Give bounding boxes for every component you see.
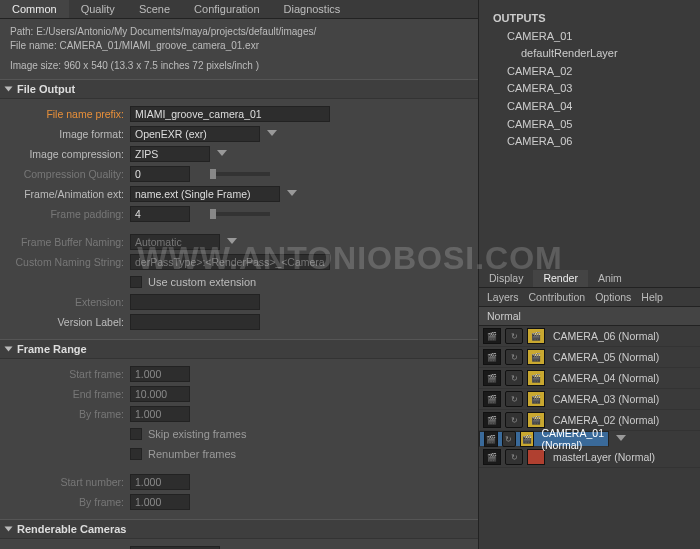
by-frame2-label: By frame: (0, 496, 130, 508)
tab-anim[interactable]: Anim (588, 270, 632, 287)
layer-row[interactable]: 🎬↻🎬CAMERA_05 (Normal) (479, 347, 700, 368)
outputs-item[interactable]: CAMERA_04 (493, 98, 686, 116)
use-custom-ext-label: Use custom extension (148, 276, 256, 288)
layer-state-icon[interactable]: 🎬 (527, 391, 545, 407)
refresh-icon[interactable]: ↻ (505, 370, 523, 386)
outputs-title: OUTPUTS (493, 10, 686, 28)
refresh-icon[interactable]: ↻ (505, 328, 523, 344)
layer-state-icon[interactable]: 🎬 (520, 431, 534, 447)
layer-row[interactable]: 🎬↻🎬CAMERA_04 (Normal) (479, 368, 700, 389)
section-file-output[interactable]: File Output (0, 79, 478, 99)
refresh-icon[interactable]: ↻ (502, 431, 516, 447)
skip-frames-checkbox[interactable] (130, 428, 142, 440)
refresh-icon[interactable]: ↻ (505, 349, 523, 365)
refresh-icon[interactable]: ↻ (505, 449, 523, 465)
path-value: E:/Users/Antonio/My Documents/maya/proje… (36, 26, 316, 37)
layer-row[interactable]: 🎬↻🎬CAMERA_01 (Normal) (479, 431, 609, 447)
layer-name: masterLayer (Normal) (549, 451, 696, 463)
file-value: CAMERA_01/MIAMI_groove_camera_01.exr (59, 40, 259, 51)
menu-help[interactable]: Help (641, 291, 663, 303)
info-block: Path: E:/Users/Antonio/My Documents/maya… (0, 19, 478, 79)
renumber-frames-label: Renumber frames (148, 448, 236, 460)
file-label: File name: (10, 40, 57, 51)
layer-name: CAMERA_05 (Normal) (549, 351, 696, 363)
clapper-icon[interactable]: 🎬 (483, 391, 501, 407)
layer-state-icon[interactable] (527, 449, 545, 465)
right-menu: Layers Contribution Options Help (479, 288, 700, 307)
use-custom-ext-checkbox[interactable] (130, 276, 142, 288)
layer-name: CAMERA_02 (Normal) (549, 414, 696, 426)
clapper-icon[interactable]: 🎬 (483, 349, 501, 365)
outputs-item[interactable]: CAMERA_02 (493, 63, 686, 81)
outputs-item[interactable]: CAMERA_06 (493, 133, 686, 151)
tab-display[interactable]: Display (479, 270, 533, 287)
image-format-select[interactable]: OpenEXR (exr) (130, 126, 260, 142)
frame-padding-input[interactable] (130, 206, 190, 222)
start-number-input (130, 474, 190, 490)
extension-label: Extension: (0, 296, 130, 308)
frame-padding-label: Frame padding: (0, 208, 130, 220)
custom-naming-input (130, 254, 330, 270)
version-label: Version Label: (0, 316, 130, 328)
tab-quality[interactable]: Quality (69, 0, 127, 18)
start-number-label: Start number: (0, 476, 130, 488)
section-frame-range[interactable]: Frame Range (0, 339, 478, 359)
clapper-icon[interactable]: 🎬 (483, 449, 501, 465)
clapper-icon[interactable]: 🎬 (484, 431, 498, 447)
clapper-icon[interactable]: 🎬 (483, 370, 501, 386)
frame-buffer-label: Frame Buffer Naming: (0, 236, 130, 248)
layer-name: CAMERA_06 (Normal) (549, 330, 696, 342)
layer-name: CAMERA_04 (Normal) (549, 372, 696, 384)
tab-common[interactable]: Common (0, 0, 69, 18)
frame-ext-select[interactable]: name.ext (Single Frame) (130, 186, 280, 202)
frame-padding-slider[interactable] (210, 212, 270, 216)
comp-quality-label: Compression Quality: (0, 168, 130, 180)
by-frame-input (130, 406, 190, 422)
version-input[interactable] (130, 314, 260, 330)
prefix-input[interactable] (130, 106, 330, 122)
by-frame2-input (130, 494, 190, 510)
comp-quality-slider[interactable] (210, 172, 270, 176)
frame-ext-label: Frame/Animation ext: (0, 188, 130, 200)
layer-row[interactable]: 🎬↻🎬CAMERA_06 (Normal) (479, 326, 700, 347)
comp-quality-input[interactable] (130, 166, 190, 182)
menu-options[interactable]: Options (595, 291, 631, 303)
layer-state-icon[interactable]: 🎬 (527, 412, 545, 428)
menu-layers[interactable]: Layers (487, 291, 519, 303)
outputs-item[interactable]: CAMERA_03 (493, 80, 686, 98)
outputs-item[interactable]: defaultRenderLayer (493, 45, 686, 63)
layer-state-icon[interactable]: 🎬 (527, 370, 545, 386)
renumber-frames-checkbox[interactable] (130, 448, 142, 460)
extension-input (130, 294, 260, 310)
section-renderable-cameras[interactable]: Renderable Cameras (0, 519, 478, 539)
image-format-label: Image format: (0, 128, 130, 140)
layer-row[interactable]: 🎬↻🎬CAMERA_03 (Normal) (479, 389, 700, 410)
right-tabs: Display Render Anim (479, 270, 700, 288)
menu-contribution[interactable]: Contribution (529, 291, 586, 303)
prefix-label: File name prefix: (0, 108, 130, 120)
outputs-item[interactable]: CAMERA_01 (493, 28, 686, 46)
outputs-panel: OUTPUTS CAMERA_01 defaultRenderLayer CAM… (479, 0, 700, 170)
custom-naming-label: Custom Naming String: (0, 256, 130, 268)
tab-render[interactable]: Render (533, 270, 587, 287)
layer-state-icon[interactable]: 🎬 (527, 349, 545, 365)
clapper-icon[interactable]: 🎬 (483, 328, 501, 344)
skip-frames-label: Skip existing frames (148, 428, 246, 440)
frame-buffer-select: Automatic (130, 234, 220, 250)
clapper-icon[interactable]: 🎬 (483, 412, 501, 428)
render-layers-list: 🎬↻🎬CAMERA_06 (Normal)🎬↻🎬CAMERA_05 (Norma… (479, 326, 700, 549)
layer-state-icon[interactable]: 🎬 (527, 328, 545, 344)
tab-diagnostics[interactable]: Diagnostics (272, 0, 353, 18)
image-size-line: Image size: 960 x 540 (13.3 x 7.5 inches… (10, 59, 468, 73)
chevron-down-icon (5, 527, 13, 532)
blend-mode-label[interactable]: Normal (479, 307, 700, 326)
start-frame-input (130, 366, 190, 382)
chevron-down-icon (5, 87, 13, 92)
compression-select[interactable]: ZIPS (130, 146, 210, 162)
tab-configuration[interactable]: Configuration (182, 0, 271, 18)
outputs-item[interactable]: CAMERA_05 (493, 116, 686, 134)
tab-scene[interactable]: Scene (127, 0, 182, 18)
refresh-icon[interactable]: ↻ (505, 391, 523, 407)
compression-label: Image compression: (0, 148, 130, 160)
refresh-icon[interactable]: ↻ (505, 412, 523, 428)
